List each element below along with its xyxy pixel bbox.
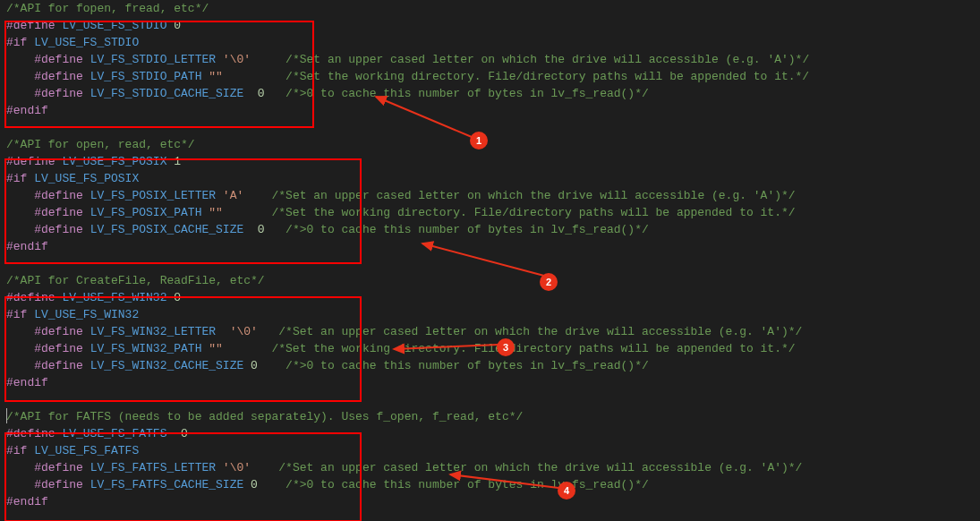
- code-line: #define LV_FS_POSIX_PATH "" /*Set the wo…: [6, 204, 980, 221]
- code-line: #if LV_USE_FS_STDIO: [6, 34, 980, 51]
- callout-marker-3: 3: [497, 338, 515, 356]
- code-line: #define LV_USE_FS_FATFS 0: [6, 425, 980, 442]
- code-line: #if LV_USE_FS_FATFS: [6, 442, 980, 459]
- code-line: /*API for open, read, etc*/: [6, 136, 980, 153]
- code-line: #define LV_FS_POSIX_LETTER 'A' /*Set an …: [6, 187, 980, 204]
- code-line: [6, 391, 980, 408]
- code-line: #endif: [6, 374, 980, 391]
- code-line: /*API for fopen, fread, etc*/: [6, 0, 980, 17]
- code-line: /*API for CreateFile, ReadFile, etc*/: [6, 272, 980, 289]
- callout-marker-2: 2: [540, 273, 558, 291]
- code-line: #endif: [6, 102, 980, 119]
- code-line: #define LV_FS_STDIO_LETTER '\0' /*Set an…: [6, 51, 980, 68]
- code-line: #define LV_FS_WIN32_CACHE_SIZE 0 /*>0 to…: [6, 357, 980, 374]
- code-line: #define LV_FS_WIN32_LETTER '\0' /*Set an…: [6, 323, 980, 340]
- code-line: #define LV_FS_WIN32_PATH "" /*Set the wo…: [6, 340, 980, 357]
- code-line: #define LV_USE_FS_POSIX 1: [6, 153, 980, 170]
- code-line: #if LV_USE_FS_WIN32: [6, 306, 980, 323]
- code-line: #if LV_USE_FS_POSIX: [6, 170, 980, 187]
- code-line: /*API for FATFS (needs to be added separ…: [6, 408, 980, 425]
- code-line: #define LV_FS_FATFS_CACHE_SIZE 0 /*>0 to…: [6, 476, 980, 493]
- code-line: #define LV_USE_FS_STDIO 0: [6, 17, 980, 34]
- text-cursor: [6, 408, 7, 423]
- code-line: [6, 255, 980, 272]
- callout-marker-1: 1: [470, 132, 488, 149]
- code-line: #define LV_FS_POSIX_CACHE_SIZE 0 /*>0 to…: [6, 221, 980, 238]
- code-line: #define LV_USE_FS_WIN32 0: [6, 289, 980, 306]
- code-line: #define LV_FS_STDIO_PATH "" /*Set the wo…: [6, 68, 980, 85]
- code-line: #define LV_FS_STDIO_CACHE_SIZE 0 /*>0 to…: [6, 85, 980, 102]
- code-line: [6, 119, 980, 136]
- callout-marker-4: 4: [558, 482, 575, 500]
- code-line: #define LV_FS_FATFS_LETTER '\0' /*Set an…: [6, 459, 980, 476]
- code-editor-view[interactable]: /*API for fopen, fread, etc*/ #define LV…: [6, 0, 980, 510]
- code-line: #endif: [6, 238, 980, 255]
- code-line: #endif: [6, 493, 980, 510]
